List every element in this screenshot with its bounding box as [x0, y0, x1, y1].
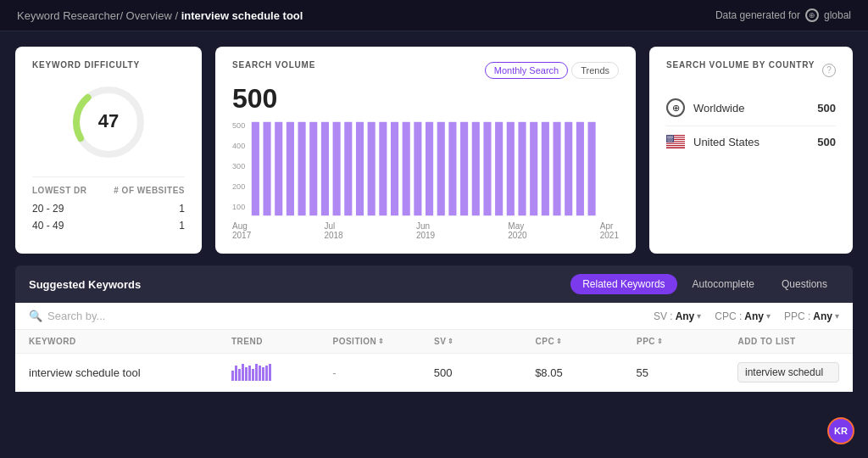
worldwide-globe-icon: ⊕ — [666, 98, 685, 117]
mini-bar-1 — [231, 371, 234, 381]
svg-point-48 — [671, 136, 672, 137]
sv-title: SEARCH VOLUME — [232, 60, 315, 70]
sv-tabs: Monthly Search Trends — [485, 62, 619, 79]
svg-rect-34 — [565, 122, 572, 215]
sv-filter[interactable]: SV : Any ▾ — [654, 310, 701, 322]
th-cpc: CPC ⇕ — [536, 337, 637, 346]
globe-icon: ⊕ — [805, 8, 819, 22]
mini-bar-9 — [259, 366, 261, 381]
question-icon[interactable]: ? — [822, 64, 836, 77]
gauge-container: 47 — [32, 80, 185, 165]
mini-bar-2 — [235, 366, 237, 381]
search-placeholder[interactable]: Search by... — [47, 310, 105, 322]
data-generated: Data generated for ⊕ global — [715, 8, 851, 22]
country-row-us: United States 500 — [666, 126, 836, 157]
mini-bar-10 — [262, 367, 264, 381]
ppc-filter-label: PPC : — [784, 310, 810, 322]
svg-rect-9 — [275, 122, 282, 215]
cpc-chevron-icon: ▾ — [766, 311, 771, 321]
svg-rect-14 — [333, 122, 341, 215]
gauge-value: 47 — [98, 110, 119, 131]
avatar[interactable]: KR — [827, 417, 854, 444]
country-value-worldwide: 500 — [817, 102, 836, 114]
mini-bar-12 — [269, 364, 271, 381]
cpc-filter[interactable]: CPC : Any ▾ — [715, 310, 771, 322]
svg-text:200: 200 — [232, 182, 245, 191]
country-header: SEARCH VOLUME BY COUNTRY ? — [666, 60, 836, 80]
lowest-dr-label: LOWEST DR — [32, 186, 87, 195]
search-box: 🔍 Search by... — [29, 310, 105, 322]
td-ppc: 55 — [637, 366, 737, 379]
sk-tab-autocomplete[interactable]: Autocomplete — [681, 274, 766, 294]
country-name-us: United States — [693, 136, 760, 148]
svg-rect-36 — [588, 122, 596, 215]
suggested-keywords-tabs: Related Keywords Autocomplete Questions — [570, 274, 839, 294]
svg-rect-23 — [437, 122, 445, 215]
chart-svg: 500 400 300 200 100 — [232, 118, 619, 220]
svg-rect-26 — [472, 122, 480, 215]
us-flag-icon — [666, 135, 685, 148]
svg-point-54 — [667, 137, 668, 138]
keyword-difficulty-card: KEYWORD DIFFICULTY 47 LOWEST DR # OF WEB… — [15, 47, 202, 254]
svg-point-49 — [672, 136, 673, 137]
svg-rect-24 — [448, 122, 456, 215]
svg-rect-11 — [298, 122, 306, 215]
websites-label: # OF WEBSITES — [114, 186, 185, 195]
chart-label-5: Apr2021 — [600, 221, 619, 240]
sk-tab-related[interactable]: Related Keywords — [570, 274, 676, 294]
svg-point-52 — [670, 137, 671, 137]
ppc-filter[interactable]: PPC : Any ▾ — [784, 310, 839, 322]
td-keyword: interview schedule tool — [29, 366, 231, 379]
svg-rect-17 — [368, 122, 376, 215]
th-keyword: KEYWORD — [29, 337, 231, 346]
svg-point-64 — [668, 140, 669, 141]
svg-rect-20 — [403, 122, 410, 215]
svg-text:400: 400 — [232, 142, 245, 150]
svg-rect-18 — [379, 122, 387, 215]
td-sv: 500 — [434, 366, 535, 379]
ppc-chevron-icon: ▾ — [835, 311, 839, 321]
sk-tab-questions[interactable]: Questions — [770, 274, 839, 294]
chart-label-1: Aug2017 — [232, 221, 251, 240]
country-row-worldwide: ⊕ Worldwide 500 — [666, 90, 836, 126]
mini-bars — [231, 364, 332, 381]
sv-tab-trends[interactable]: Trends — [571, 62, 619, 79]
svg-point-50 — [668, 137, 669, 137]
svg-rect-42 — [666, 144, 685, 145]
dr-table: LOWEST DR # OF WEBSITES 20 - 29 1 40 - 4… — [32, 176, 185, 234]
svg-rect-8 — [263, 122, 270, 215]
cpc-filter-value: Any — [744, 310, 764, 322]
svg-rect-7 — [252, 122, 259, 215]
sv-filter-value: Any — [676, 310, 695, 322]
sv-tab-monthly[interactable]: Monthly Search — [485, 62, 568, 79]
svg-rect-16 — [356, 122, 364, 215]
dr-row-1: 20 - 29 1 — [32, 200, 185, 217]
cards-area: KEYWORD DIFFICULTY 47 LOWEST DR # OF WEB… — [0, 31, 868, 265]
svg-point-70 — [670, 141, 671, 142]
dr-table-header: LOWEST DR # OF WEBSITES — [32, 186, 185, 195]
svg-rect-35 — [576, 122, 584, 215]
chart-area: 500 400 300 200 100 — [232, 118, 619, 220]
data-generated-label: Data generated for — [715, 9, 800, 21]
svg-rect-28 — [495, 122, 503, 215]
country-title: SEARCH VOLUME BY COUNTRY — [666, 60, 815, 70]
search-volume-card: SEARCH VOLUME Monthly Search Trends 500 … — [215, 47, 636, 254]
sv-value: 500 — [232, 83, 619, 114]
sv-chevron-icon: ▾ — [697, 311, 701, 321]
td-cpc: $8.05 — [535, 366, 636, 379]
country-info-us: United States — [666, 135, 760, 148]
sv-header: SEARCH VOLUME Monthly Search Trends — [232, 60, 619, 80]
mini-bar-5 — [245, 367, 248, 381]
difficulty-title: KEYWORD DIFFICULTY — [32, 60, 185, 70]
bottom-section: Suggested Keywords Related Keywords Auto… — [0, 265, 868, 392]
dr-row-2: 40 - 49 1 — [32, 217, 185, 234]
th-ppc: PPC ⇕ — [637, 337, 738, 346]
svg-point-71 — [671, 141, 672, 142]
country-value-us: 500 — [817, 136, 836, 148]
svg-point-68 — [668, 141, 669, 142]
dr-count-1: 1 — [179, 203, 185, 215]
svg-text:500: 500 — [232, 121, 245, 130]
add-to-list-input[interactable]: interview schedul — [737, 362, 839, 383]
svg-text:300: 300 — [232, 162, 245, 170]
td-position: - — [332, 366, 433, 379]
